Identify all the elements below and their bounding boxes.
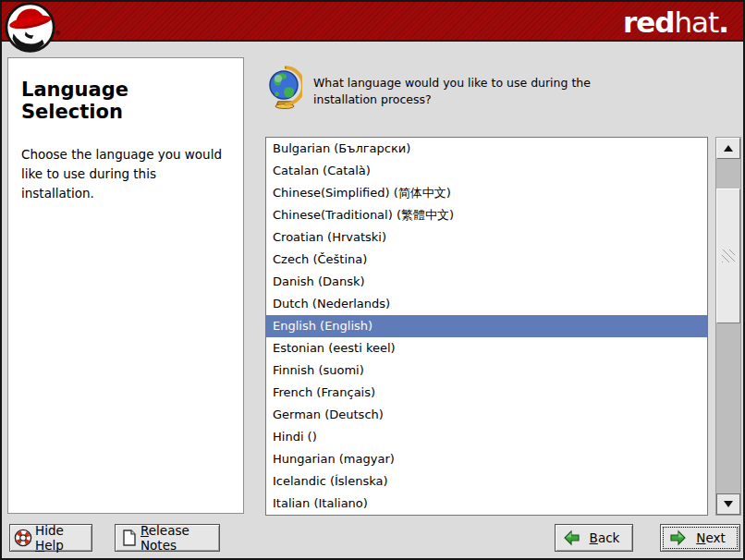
button-bar: Hide Help Release Notes Back bbox=[2, 519, 743, 556]
question-text: What language would you like to use duri… bbox=[313, 75, 639, 108]
language-option[interactable]: Hindi () bbox=[266, 426, 707, 448]
language-option[interactable]: English (English) bbox=[266, 315, 707, 337]
wordmark-red: red bbox=[623, 6, 675, 39]
registered-trademark: ® bbox=[55, 30, 61, 37]
main-area: Language Selection Choose the language y… bbox=[2, 42, 743, 519]
scrollbar bbox=[715, 137, 741, 516]
scrollbar-track[interactable] bbox=[716, 159, 740, 493]
back-button[interactable]: Back bbox=[555, 524, 633, 552]
redhat-wordmark: redhat. bbox=[623, 6, 728, 39]
scrollbar-grip-icon bbox=[722, 250, 735, 262]
language-option[interactable]: Hungarian (magyar) bbox=[266, 448, 707, 470]
up-arrow-icon bbox=[724, 145, 733, 152]
wordmark-hat: hat bbox=[674, 6, 718, 39]
arrow-right-icon bbox=[668, 530, 687, 546]
release-notes-button[interactable]: Release Notes bbox=[115, 524, 220, 552]
hide-help-label: Hide Help bbox=[35, 523, 84, 553]
installer-window: ® redhat. Language Selection Choose the … bbox=[0, 0, 745, 560]
next-button[interactable]: Next bbox=[660, 524, 740, 552]
arrow-left-icon bbox=[563, 530, 581, 546]
next-label: Next bbox=[690, 530, 732, 545]
globe-icon bbox=[267, 66, 302, 110]
help-text: Choose the language you would like to us… bbox=[21, 145, 230, 203]
language-option[interactable]: Bulgarian (Български) bbox=[266, 138, 707, 160]
down-arrow-icon bbox=[724, 501, 733, 507]
language-option[interactable]: Dutch (Nederlands) bbox=[266, 293, 707, 315]
language-option[interactable]: Czech (Čeština) bbox=[266, 249, 707, 271]
language-list[interactable]: Bulgarian (Български)Catalan (Català)Chi… bbox=[265, 137, 708, 516]
language-option[interactable]: Chinese(Traditional) (繁體中文) bbox=[266, 204, 707, 226]
document-icon bbox=[121, 529, 138, 547]
language-option[interactable]: French (Français) bbox=[266, 382, 707, 404]
language-option[interactable]: German (Deutsch) bbox=[266, 404, 707, 426]
redhat-shadowman-logo bbox=[5, 2, 57, 55]
language-option[interactable]: Croatian (Hrvatski) bbox=[266, 226, 707, 249]
language-option[interactable]: Finnish (suomi) bbox=[266, 359, 707, 382]
help-panel: Language Selection Choose the language y… bbox=[7, 57, 244, 514]
back-label: Back bbox=[584, 530, 625, 545]
page-title: Language Selection bbox=[21, 79, 230, 123]
language-option[interactable]: Catalan (Català) bbox=[266, 160, 707, 182]
language-option[interactable]: Chinese(Simplified) (简体中文) bbox=[266, 182, 707, 204]
language-option[interactable]: Italian (Italiano) bbox=[266, 493, 707, 515]
title-bar: ® redhat. bbox=[2, 2, 743, 42]
language-option[interactable]: Icelandic (Íslenska) bbox=[266, 470, 707, 493]
hide-help-button[interactable]: Hide Help bbox=[9, 524, 92, 552]
language-option[interactable]: Estonian (eesti keel) bbox=[266, 337, 707, 359]
scroll-down-button[interactable] bbox=[716, 493, 740, 515]
scroll-up-button[interactable] bbox=[716, 138, 740, 159]
language-option[interactable]: Danish (Dansk) bbox=[266, 271, 707, 293]
life-preserver-icon bbox=[14, 529, 32, 547]
wordmark-dot: . bbox=[718, 6, 728, 39]
scrollbar-thumb[interactable] bbox=[716, 189, 740, 323]
release-notes-label: Release Notes bbox=[140, 523, 212, 553]
